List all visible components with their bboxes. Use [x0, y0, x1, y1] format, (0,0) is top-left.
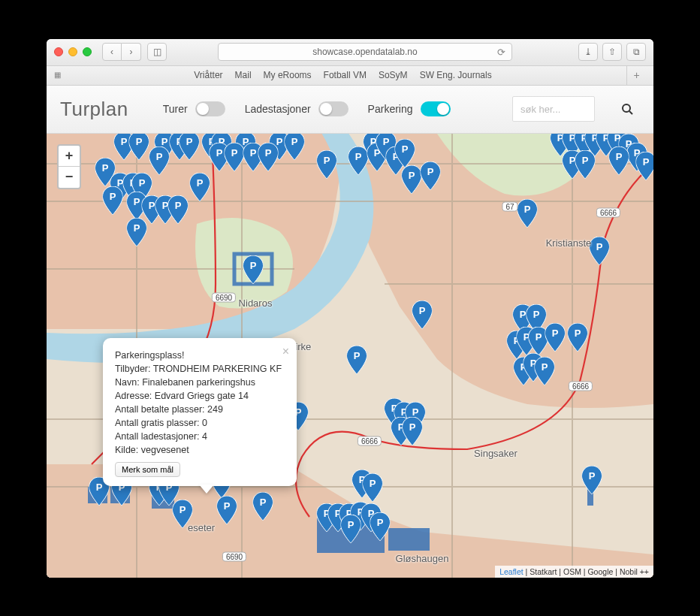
svg-text:P: P: [139, 177, 146, 189]
parking-pin[interactable]: P: [421, 162, 441, 190]
bookmark-link[interactable]: Fotball VM: [324, 70, 367, 80]
parking-pin[interactable]: P: [258, 143, 279, 171]
parking-pin[interactable]: P: [535, 357, 555, 385]
parking-pin[interactable]: P: [582, 466, 602, 494]
downloads-button[interactable]: ⤓: [578, 43, 598, 61]
turer-toggle[interactable]: [195, 101, 225, 116]
svg-text:P: P: [250, 260, 257, 271]
parking-pin[interactable]: P: [545, 323, 566, 352]
svg-text:P: P: [291, 136, 298, 147]
zoom-out-button[interactable]: −: [59, 167, 80, 188]
bookmark-link[interactable]: Vriåtter: [194, 70, 222, 80]
chevron-right-icon: ›: [130, 47, 133, 57]
toggle-label: Turer: [163, 103, 188, 115]
parking-pin[interactable]: P: [575, 150, 596, 179]
attribution-rest: | Statkart | OSM | Google | Nobil ++: [523, 567, 649, 576]
zoom-in-button[interactable]: +: [59, 146, 80, 167]
parking-pin[interactable]: P: [402, 165, 422, 194]
popup-name: Navn: Finalebanen parkeringshus: [115, 376, 285, 389]
svg-text:P: P: [175, 200, 182, 211]
svg-text:P: P: [186, 136, 193, 147]
bookmark-link[interactable]: Mail: [235, 70, 252, 80]
road-shield: 6666: [596, 207, 620, 217]
parking-pin[interactable]: P: [370, 512, 391, 541]
titlebar: ‹ › ◫ showcase.opendatalab.no ⟳ ⤓ ⇧ ⧉: [47, 39, 653, 66]
svg-text:P: P: [589, 470, 596, 482]
tabs-button[interactable]: ⧉: [626, 43, 646, 61]
favorites-grid-icon[interactable]: ▦: [54, 72, 59, 78]
svg-text:P: P: [180, 504, 186, 515]
svg-text:P: P: [427, 166, 434, 177]
parking-pin[interactable]: P: [190, 173, 210, 201]
svg-text:P: P: [216, 147, 223, 159]
svg-text:P: P: [134, 196, 140, 207]
parking-pin[interactable]: P: [412, 300, 433, 329]
popup-free: Antall gratis plasser: 0: [115, 416, 285, 430]
parking-pin[interactable]: P: [347, 346, 367, 374]
svg-text:P: P: [161, 136, 168, 147]
close-window-button[interactable]: [54, 47, 63, 56]
popup-source: Kilde: vegvesenet: [115, 443, 285, 457]
search-button[interactable]: [614, 96, 640, 122]
popup-address: Adresse: Edvard Griegs gate 14: [115, 389, 285, 403]
bookmark-link[interactable]: SW Eng. Journals: [420, 70, 492, 80]
leaflet-link[interactable]: Leaflet: [499, 567, 523, 576]
map-place-label: eseter: [188, 521, 215, 533]
url-text: showcase.opendatalab.no: [312, 47, 417, 57]
search-icon: [621, 103, 633, 115]
parking-pin[interactable]: P: [395, 139, 415, 168]
road-shield: 6666: [569, 381, 593, 391]
svg-text:P: P: [250, 147, 257, 159]
parking-popup: × Parkeringsplass! Tilbyder: TRONDHEIM P…: [103, 338, 297, 486]
parking-pin[interactable]: P: [285, 134, 305, 160]
parking-pin[interactable]: P: [168, 195, 189, 224]
parking-pin[interactable]: P: [341, 515, 361, 543]
parking-pin[interactable]: P: [636, 152, 654, 180]
parking-pin[interactable]: P: [253, 492, 273, 521]
bookmark-link[interactable]: SoSyM: [379, 70, 408, 80]
svg-text:P: P: [348, 519, 355, 530]
new-tab-button[interactable]: +: [626, 66, 646, 85]
svg-text:P: P: [136, 136, 143, 147]
reload-icon[interactable]: ⟳: [497, 47, 505, 58]
parking-pin[interactable]: P: [243, 255, 264, 284]
svg-point-0: [623, 104, 630, 112]
parking-pin[interactable]: P: [129, 134, 149, 160]
parking-pin[interactable]: P: [568, 323, 588, 352]
svg-text:P: P: [96, 482, 103, 493]
ladestasjoner-toggle[interactable]: [318, 101, 348, 116]
map-canvas[interactable]: + − P P P P P P P P P P P P: [47, 134, 653, 578]
parking-pin[interactable]: P: [317, 150, 337, 179]
parking-pin[interactable]: P: [180, 134, 200, 160]
svg-text:P: P: [110, 191, 116, 202]
address-bar[interactable]: showcase.opendatalab.no ⟳: [218, 43, 512, 61]
mark-as-destination-button[interactable]: Merk som mål: [115, 462, 180, 477]
parking-pin[interactable]: P: [103, 186, 123, 215]
parking-pin[interactable]: P: [149, 146, 170, 175]
app-brand: Turplan: [60, 98, 128, 121]
svg-text:P: P: [409, 421, 416, 433]
popup-close-button[interactable]: ×: [282, 343, 289, 360]
sidebar-button[interactable]: ◫: [147, 43, 167, 61]
parking-pin[interactable]: P: [590, 237, 610, 265]
parking-pin[interactable]: P: [363, 473, 383, 502]
forward-button[interactable]: ›: [122, 43, 141, 61]
parkering-toggle[interactable]: [421, 101, 451, 116]
map-place-label: Singsaker: [474, 447, 517, 458]
svg-text:P: P: [419, 305, 426, 316]
share-button[interactable]: ⇧: [602, 43, 622, 61]
parking-pin[interactable]: P: [517, 199, 538, 228]
parking-pin[interactable]: P: [225, 143, 245, 171]
parking-pin[interactable]: P: [217, 496, 237, 524]
parking-pin[interactable]: P: [127, 218, 147, 246]
parking-pin[interactable]: P: [609, 146, 629, 175]
minimize-window-button[interactable]: [68, 47, 77, 56]
maximize-window-button[interactable]: [83, 47, 92, 56]
svg-text:P: P: [552, 328, 559, 339]
parking-pin[interactable]: P: [403, 417, 423, 445]
svg-text:P: P: [355, 151, 362, 162]
svg-text:P: P: [377, 517, 384, 528]
back-button[interactable]: ‹: [102, 43, 122, 61]
search-input[interactable]: søk her...: [512, 96, 595, 122]
bookmark-link[interactable]: My eRooms: [264, 70, 312, 80]
